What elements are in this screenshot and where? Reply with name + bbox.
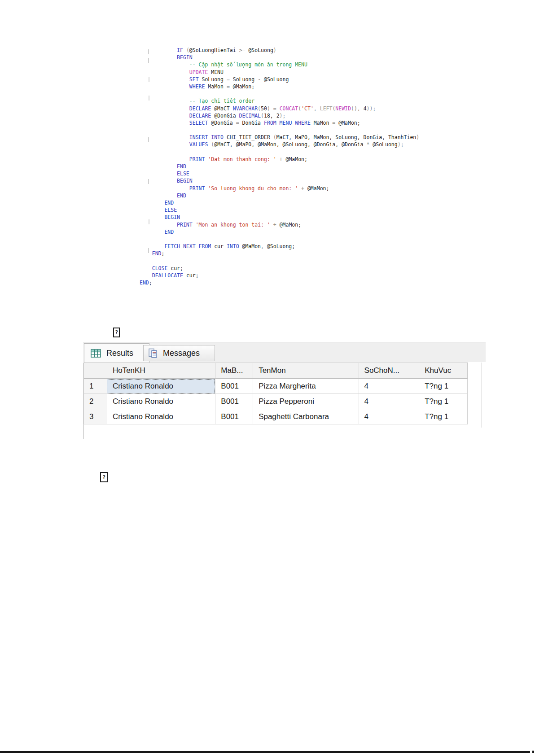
- tab-messages-label: Messages: [163, 349, 200, 358]
- code-token: ELSE: [164, 207, 177, 213]
- code-token: [270, 222, 273, 228]
- editor-margin-mark: [149, 77, 149, 82]
- code-token: INSERT INTO: [189, 134, 224, 140]
- grid-cell[interactable]: T?ng 1: [419, 394, 468, 409]
- code-token: SoLuong: [230, 76, 258, 83]
- page-bottom-border: [0, 751, 530, 753]
- editor-margin-mark: [148, 248, 149, 253]
- grid-column-header[interactable]: HoTenKH: [107, 363, 215, 379]
- code-token: [140, 105, 189, 112]
- code-token: WHERE: [189, 83, 205, 90]
- grid-column-header[interactable]: TenMon: [253, 363, 359, 379]
- code-token: CHI_TIET_ORDER: [224, 134, 273, 140]
- code-line: END: [140, 163, 436, 170]
- code-line: SET SoLuong = SoLuong - @SoLuong: [140, 76, 436, 83]
- editor-margin-mark: [148, 137, 149, 142]
- code-token: [140, 76, 189, 83]
- grid-cell[interactable]: B001: [215, 409, 253, 424]
- code-token: [140, 83, 189, 90]
- code-token: @MaMon: [283, 156, 304, 162]
- code-token: MaMon: [311, 120, 332, 126]
- code-token: >=: [239, 47, 246, 53]
- code-token: [236, 47, 239, 53]
- grid-cell[interactable]: B001: [215, 379, 253, 394]
- grid-cell[interactable]: T?ng 1: [419, 409, 468, 424]
- code-token: ));: [367, 105, 376, 112]
- row-number-cell[interactable]: 2: [84, 394, 107, 409]
- code-line: SELECT @DonGia = DonGia FROM MENU WHERE …: [140, 119, 436, 127]
- code-token: SET: [189, 76, 199, 83]
- table-row: 1Cristiano RonaldoB001Pizza Margherita4T…: [84, 379, 468, 394]
- code-token: 'CT': [301, 105, 314, 112]
- code-line: FETCH NEXT FROM cur INTO @MaMon, @SoLuon…: [140, 243, 436, 250]
- code-token: [140, 134, 189, 140]
- code-line: VALUES (@MaCT, @MaPO, @MaMon, @SoLuong, …: [140, 141, 436, 148]
- grid-cell[interactable]: B001: [215, 394, 253, 409]
- grid-cell[interactable]: Cristiano Ronaldo: [107, 394, 215, 409]
- code-token: SELECT: [189, 120, 208, 126]
- grid-column-header[interactable]: MaB...: [215, 363, 253, 379]
- grid-cell[interactable]: Spaghetti Carbonara: [253, 409, 359, 424]
- code-token: BEGIN: [177, 54, 193, 61]
- code-token: ;: [251, 83, 254, 90]
- row-number-cell[interactable]: 3: [84, 409, 107, 424]
- tab-results[interactable]: Results: [84, 343, 149, 363]
- code-token: FETCH NEXT FROM: [164, 243, 211, 249]
- editor-margin-mark: [149, 96, 149, 101]
- code-token: 4: [364, 105, 367, 112]
- grid-cell[interactable]: Cristiano Ronaldo: [107, 409, 215, 424]
- grid-corner-header[interactable]: [84, 363, 107, 379]
- sql-code-editor[interactable]: IF (@SoLuongHienTai >= @SoLuong) BEGIN -…: [140, 47, 436, 286]
- code-line: WHERE MaMon = @MaMon;: [140, 83, 436, 90]
- results-tab-strip: Results Messages: [83, 342, 486, 362]
- grid-column-header[interactable]: SoChoN...: [359, 363, 420, 379]
- code-token: cur: [211, 243, 227, 249]
- code-line: DECLARE @DonGia DECIMAL(18, 2);: [140, 112, 436, 119]
- code-token: -- Cập nhật số lượng món ăn trong MENU: [189, 61, 307, 68]
- grid-cell[interactable]: Pizza Margherita: [253, 379, 359, 394]
- row-number-cell[interactable]: 1: [84, 379, 107, 394]
- tab-messages[interactable]: Messages: [143, 345, 215, 361]
- code-token: (: [273, 134, 276, 140]
- code-line: END;: [140, 250, 436, 257]
- code-token: =: [273, 105, 276, 112]
- grid-cell[interactable]: 4: [359, 379, 420, 394]
- code-token: PRINT: [177, 222, 193, 228]
- code-token: [140, 192, 177, 199]
- code-token: @DonGia: [211, 113, 239, 119]
- code-token: ;: [304, 156, 307, 162]
- code-token: (),: [351, 105, 364, 112]
- code-token: @DonGia: [208, 120, 236, 126]
- grid-cell[interactable]: 4: [359, 409, 420, 424]
- code-token: [140, 178, 177, 184]
- code-line: ELSE: [140, 206, 436, 214]
- code-token: [140, 229, 164, 235]
- code-token: [276, 105, 280, 112]
- code-line: -- Tạo chi tiết order: [140, 97, 436, 105]
- code-token: [140, 47, 177, 53]
- grid-cell[interactable]: Pizza Pepperoni: [253, 394, 359, 409]
- code-line: CLOSE cur;: [140, 265, 436, 272]
- code-token: ;: [180, 265, 183, 271]
- code-token: [193, 222, 196, 228]
- grid-cell[interactable]: 4: [359, 394, 420, 409]
- code-token: END: [140, 280, 149, 286]
- code-token: [140, 120, 189, 126]
- code-token: @MaMon: [230, 83, 251, 90]
- code-token: [140, 272, 152, 279]
- code-token: MaMon: [205, 83, 226, 90]
- code-token: MaCT, MaPO, MaMon, SoLuong, DonGia, Than…: [276, 134, 417, 140]
- results-grid: HoTenKHMaB...TenMonSoChoN...KhuVuc 1Cris…: [83, 363, 468, 424]
- grid-cell[interactable]: Cristiano Ronaldo: [107, 379, 215, 394]
- figure-right-edge: [481, 363, 482, 428]
- grid-column-header[interactable]: KhuVuc: [419, 363, 468, 379]
- code-token: END: [177, 192, 186, 199]
- code-token: DECIMAL: [239, 113, 261, 119]
- code-token: +: [301, 185, 304, 192]
- code-token: [140, 156, 189, 162]
- grid-body: 1Cristiano RonaldoB001Pizza Margherita4T…: [84, 379, 468, 424]
- code-line: BEGIN: [140, 177, 436, 184]
- code-token: UPDATE: [189, 69, 208, 75]
- grid-cell[interactable]: T?ng 1: [419, 379, 468, 394]
- code-token: 'Mon an khong ton tai: ': [196, 222, 270, 228]
